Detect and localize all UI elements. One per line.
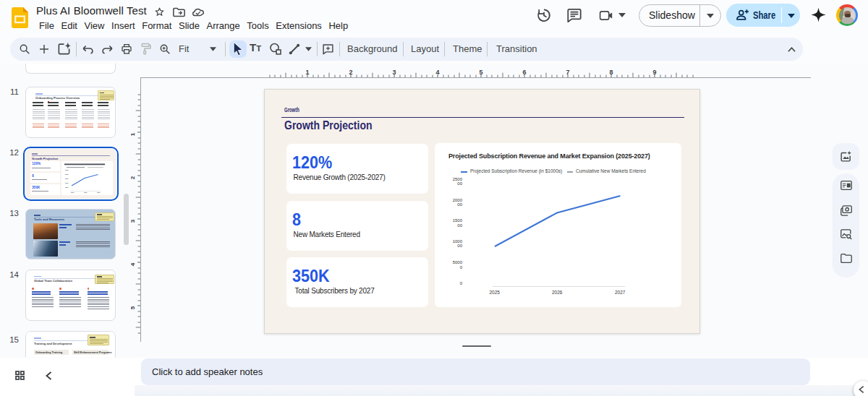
- svg-text:7: 7: [566, 69, 569, 76]
- svg-text:3: 3: [131, 219, 136, 223]
- svg-text:6: 6: [522, 69, 526, 76]
- svg-text:2: 2: [131, 176, 136, 179]
- svg-text:3: 3: [392, 69, 396, 76]
- svg-text:5: 5: [131, 306, 136, 309]
- svg-text:9: 9: [652, 69, 656, 76]
- svg-text:8: 8: [609, 69, 613, 76]
- svg-text:4: 4: [435, 69, 439, 76]
- svg-text:5: 5: [479, 69, 482, 76]
- svg-text:4: 4: [131, 262, 136, 266]
- svg-text:1: 1: [131, 132, 136, 136]
- svg-text:1: 1: [305, 69, 309, 76]
- svg-text:2: 2: [349, 69, 352, 76]
